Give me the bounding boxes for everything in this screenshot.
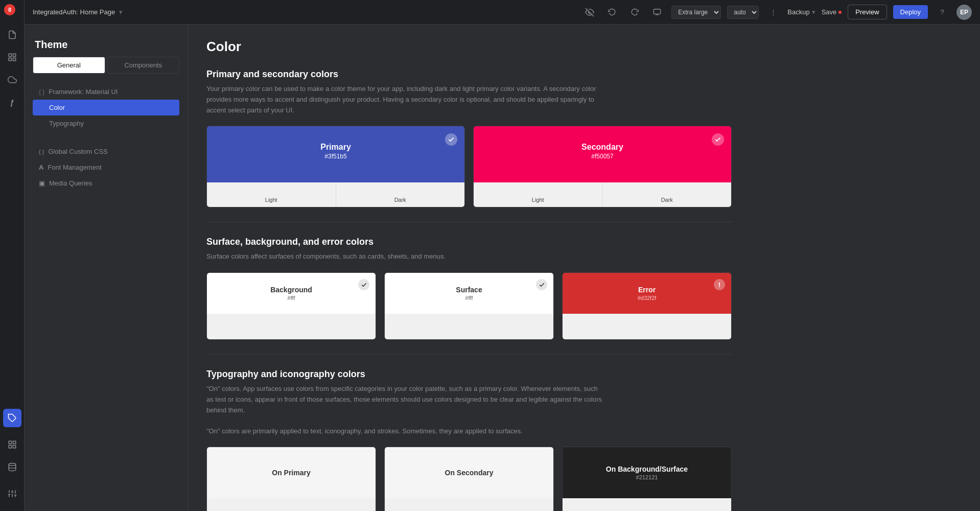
notification-badge: 8 (4, 4, 15, 15)
surface-section-title: Surface, background, and error colors (206, 237, 732, 247)
svg-rect-7 (9, 441, 11, 444)
avatar[interactable]: EP (956, 5, 972, 20)
svg-rect-9 (9, 446, 11, 448)
db-icon[interactable] (3, 458, 21, 476)
typography-desc2: "On" colors are primarily applied to tex… (206, 426, 605, 437)
svg-rect-10 (13, 446, 15, 448)
primary-light-variant: Light (207, 182, 336, 207)
content-area: Color Primary and secondary colors Your … (188, 25, 750, 511)
sidebar-section-framework: { } Framework: Material UI Color Typogra… (25, 80, 188, 135)
page-title: Color (206, 39, 732, 55)
undo-btn[interactable] (604, 4, 620, 20)
on-secondary-card-info: On Secondary (445, 469, 494, 477)
error-card[interactable]: Error #d32f2f ! (562, 272, 732, 340)
font-icon: A (39, 164, 43, 171)
secondary-color-card[interactable]: Secondary #f50057 Light Dark (473, 126, 732, 207)
backup-btn[interactable]: Backup ▾ (787, 8, 815, 16)
primary-dark-variant: Dark (336, 182, 465, 207)
icon-rail: ƒ (0, 0, 25, 511)
on-primary-card[interactable]: On Primary (206, 447, 376, 511)
monitor-btn[interactable] (649, 4, 665, 20)
framework-item[interactable]: { } Framework: Material UI (33, 84, 179, 100)
puzzle-icon[interactable] (3, 409, 21, 427)
nav-typography[interactable]: Typography (33, 115, 179, 131)
code-icon: { } (39, 149, 44, 155)
svg-rect-2 (9, 54, 11, 56)
preview-button[interactable]: Preview (848, 5, 886, 19)
deploy-button[interactable]: Deploy (893, 5, 928, 19)
background-card-bottom (207, 314, 376, 339)
grid2-icon[interactable] (3, 435, 21, 454)
tab-components[interactable]: Components (107, 57, 180, 74)
sidebar-section-tools: { } Global Custom CSS A Font Management … (25, 140, 188, 195)
sliders-icon[interactable] (3, 484, 21, 503)
on-primary-card-top: On Primary (207, 447, 376, 498)
media-queries-item[interactable]: ▣ Media Queries (33, 175, 179, 191)
framework-icon: { } (39, 88, 44, 96)
components-icon[interactable] (3, 48, 21, 66)
svg-rect-5 (13, 58, 15, 61)
primary-color-card[interactable]: Primary #3f51b5 Light Dark (206, 126, 465, 207)
background-check-icon (358, 279, 369, 290)
surface-section-desc: Surface colors affect surfaces of compon… (206, 251, 605, 262)
nav-color[interactable]: Color (33, 100, 179, 115)
viewport-select[interactable]: Extra large (671, 6, 721, 19)
pages-icon[interactable] (3, 26, 21, 44)
fx-icon[interactable]: ƒ (3, 93, 21, 111)
secondary-dark-variant: Dark (603, 182, 732, 207)
secondary-card-bottom: Light Dark (474, 182, 731, 207)
surface-card-bottom (385, 314, 553, 339)
zoom-select[interactable]: auto (727, 6, 759, 19)
help-btn[interactable]: ? (934, 4, 950, 20)
typography-desc1: "On" colors. App surfaces use colors fro… (206, 384, 605, 415)
on-background-card-info: On Background/Surface #212121 (606, 465, 688, 480)
on-background-card[interactable]: On Background/Surface #212121 (562, 447, 732, 511)
background-card-info: Background #fff (270, 286, 312, 301)
primary-card-bottom: Light Dark (207, 182, 464, 207)
error-card-info: Error #d32f2f (638, 286, 657, 301)
svg-point-11 (9, 463, 16, 466)
svg-rect-8 (13, 441, 15, 444)
surface-cards-row: Background #fff Surface #fff (206, 272, 732, 340)
primary-cards-row: Primary #3f51b5 Light Dark Secondary (206, 126, 732, 207)
primary-check-icon (445, 133, 457, 146)
main-content: Color Primary and secondary colors Your … (188, 0, 980, 511)
primary-card-top: Primary #3f51b5 (207, 126, 464, 182)
tab-general[interactable]: General (33, 57, 105, 74)
error-alert-icon: ! (714, 279, 725, 290)
error-card-bottom (563, 314, 731, 339)
divider-2 (206, 354, 732, 355)
topbar: IntegratedAuth: Home Page ▾ Extra large … (25, 0, 980, 25)
media-icon: ▣ (39, 179, 45, 187)
error-card-top: Error #d32f2f ! (563, 273, 731, 314)
on-background-card-top: On Background/Surface #212121 (563, 447, 731, 498)
hide-icon-btn[interactable] (581, 4, 598, 20)
cloud-icon[interactable] (3, 71, 21, 89)
background-card-top: Background #fff (207, 273, 376, 314)
typography-cards-row: On Primary On Secondary On Backgro (206, 447, 732, 511)
surface-card[interactable]: Surface #fff (384, 272, 554, 340)
background-card[interactable]: Background #fff (206, 272, 376, 340)
on-secondary-card-bottom (385, 498, 553, 511)
on-background-card-bottom (563, 498, 731, 511)
svg-rect-3 (13, 54, 15, 56)
surface-card-info: Surface #fff (456, 286, 482, 301)
surface-check-icon (536, 279, 547, 290)
secondary-check-icon (712, 133, 724, 146)
secondary-light-variant: Light (474, 182, 603, 207)
on-secondary-card[interactable]: On Secondary (384, 447, 554, 511)
more-vert-btn[interactable]: ⋮ (765, 4, 781, 20)
on-primary-card-info: On Primary (272, 469, 310, 477)
secondary-card-top: Secondary #f50057 (474, 126, 731, 182)
primary-section-title: Primary and secondary colors (206, 69, 732, 80)
save-btn[interactable]: Save (822, 8, 842, 16)
sidebar-tabs: General Components (25, 57, 188, 80)
redo-btn[interactable] (626, 4, 643, 20)
on-secondary-card-top: On Secondary (385, 447, 553, 498)
sidebar-title: Theme (25, 31, 188, 57)
unsaved-indicator (838, 11, 842, 14)
font-management-item[interactable]: A Font Management (33, 159, 179, 175)
surface-card-top: Surface #fff (385, 273, 553, 314)
on-primary-card-bottom (207, 498, 376, 511)
global-css-item[interactable]: { } Global Custom CSS (33, 144, 179, 159)
